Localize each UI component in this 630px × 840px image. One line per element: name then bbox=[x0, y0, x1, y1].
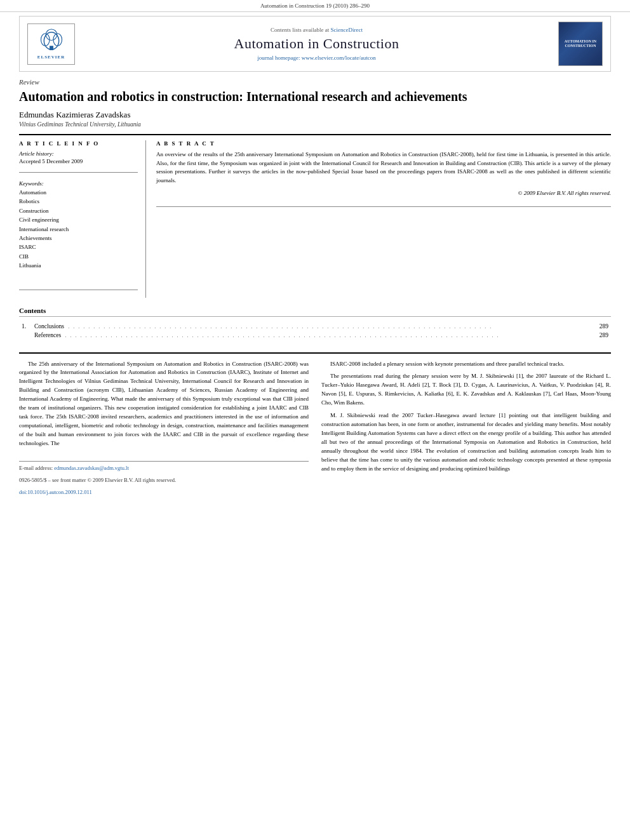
contents-available: Contents lists available at ScienceDirec… bbox=[75, 27, 558, 33]
article-info-title: A R T I C L E I N F O bbox=[19, 140, 138, 147]
journal-top-bar: Automation in Construction 19 (2010) 286… bbox=[0, 0, 630, 12]
keyword-5: International research bbox=[19, 225, 138, 234]
article-author: Edmundas Kazimieras Zavadskas bbox=[19, 110, 611, 120]
keyword-4: Civil engineering bbox=[19, 215, 138, 224]
issn-line: 0926-5805/$ – see front matter © 2009 El… bbox=[19, 476, 309, 484]
body-left-col: The 25th anniversary of the Internationa… bbox=[19, 360, 309, 497]
keyword-8: CIB bbox=[19, 252, 138, 261]
thumb-title-text: AUTOMATION IN CONSTRUCTION bbox=[561, 39, 600, 48]
contents-num-2 bbox=[19, 331, 32, 340]
footnote-area: E-mail address: edmundas.zavadskas@adm.v… bbox=[19, 461, 309, 497]
journal-homepage: journal homepage: www.elsevier.com/locat… bbox=[75, 55, 558, 61]
contents-dots-2: . . . . . . . . . . . . . . . . . . . . … bbox=[63, 333, 500, 338]
keyword-6: Achievements bbox=[19, 234, 138, 243]
journal-thumb: AUTOMATION IN CONSTRUCTION bbox=[558, 22, 603, 66]
footnote-email-link[interactable]: edmundas.zavadskas@adm.vgtu.lt bbox=[54, 465, 129, 471]
contents-dots-1: . . . . . . . . . . . . . . . . . . . . … bbox=[65, 324, 492, 330]
abstract-col: A B S T R A C T An overview of the resul… bbox=[156, 140, 611, 298]
body-columns: The 25th anniversary of the Internationa… bbox=[19, 352, 611, 497]
sciencedirect-link[interactable]: ScienceDirect bbox=[331, 27, 363, 33]
info-divider bbox=[19, 172, 138, 173]
elsevier-logo: ELSEVIER bbox=[27, 23, 75, 65]
copyright-line: © 2009 Elsevier B.V. All rights reserved… bbox=[156, 190, 611, 196]
body-para-right-2: The presentations read during the plenar… bbox=[321, 372, 611, 408]
keyword-2: Robotics bbox=[19, 197, 138, 206]
article-affiliation: Vilnius Gediminas Technical University, … bbox=[19, 121, 611, 128]
journal-header: ELSEVIER Contents lists available at Sci… bbox=[19, 16, 611, 72]
keyword-3: Construction bbox=[19, 206, 138, 215]
body-para-right-3: M. J. Skibniewski read the 2007 Tucker–H… bbox=[321, 411, 611, 474]
abstract-text: An overview of the results of the 25th a… bbox=[156, 150, 611, 185]
journal-header-center: Contents lists available at ScienceDirec… bbox=[75, 27, 558, 61]
journal-title: Automation in Construction bbox=[75, 36, 558, 52]
keyword-1: Automation bbox=[19, 188, 138, 197]
body-para-1: The 25th anniversary of the Internationa… bbox=[19, 360, 309, 448]
elsevier-tree-icon bbox=[39, 29, 64, 51]
info-divider-2 bbox=[19, 290, 138, 290]
article-info-col: A R T I C L E I N F O Article history: A… bbox=[19, 140, 146, 298]
body-right-col: ISARC-2008 included a plenary session wi… bbox=[321, 360, 611, 497]
contents-title: Contents bbox=[19, 307, 611, 317]
keyword-9: Lithuania bbox=[19, 261, 138, 270]
contents-page-1: 289 bbox=[586, 322, 611, 331]
contents-label-2: References . . . . . . . . . . . . . . .… bbox=[32, 331, 586, 340]
article-content: Review Automation and robotics in constr… bbox=[19, 78, 611, 503]
accepted-date: Accepted 5 December 2009 bbox=[19, 158, 138, 164]
contents-row-2: References . . . . . . . . . . . . . . .… bbox=[19, 331, 611, 340]
contents-label-1: Conclusions . . . . . . . . . . . . . . … bbox=[32, 322, 586, 331]
doi-line: doi:10.1016/j.autcon.2009.12.011 bbox=[19, 488, 309, 497]
article-columns: A R T I C L E I N F O Article history: A… bbox=[19, 134, 611, 298]
article-title: Automation and robotics in construction:… bbox=[19, 88, 611, 105]
contents-section: Contents 1. Conclusions . . . . . . . . … bbox=[19, 307, 611, 340]
doi-link[interactable]: doi:10.1016/j.autcon.2009.12.011 bbox=[19, 489, 92, 495]
contents-page-2: 289 bbox=[586, 331, 611, 340]
homepage-link[interactable]: journal homepage: www.elsevier.com/locat… bbox=[257, 55, 375, 61]
history-label: Article history: bbox=[19, 150, 138, 157]
contents-num-1: 1. bbox=[19, 322, 32, 331]
footnote-email: E-mail address: edmundas.zavadskas@adm.v… bbox=[19, 464, 309, 472]
keywords-list: Automation Robotics Construction Civil e… bbox=[19, 188, 138, 270]
contents-table: 1. Conclusions . . . . . . . . . . . . .… bbox=[19, 322, 611, 340]
elsevier-brand-text: ELSEVIER bbox=[37, 55, 65, 60]
abstract-divider bbox=[156, 206, 611, 207]
abstract-title: A B S T R A C T bbox=[156, 140, 611, 147]
keyword-7: ISARC bbox=[19, 243, 138, 251]
body-para-right-1: ISARC-2008 included a plenary session wi… bbox=[321, 360, 611, 369]
contents-row-1: 1. Conclusions . . . . . . . . . . . . .… bbox=[19, 322, 611, 331]
article-type: Review bbox=[19, 78, 611, 86]
keywords-label: Keywords: bbox=[19, 180, 138, 187]
